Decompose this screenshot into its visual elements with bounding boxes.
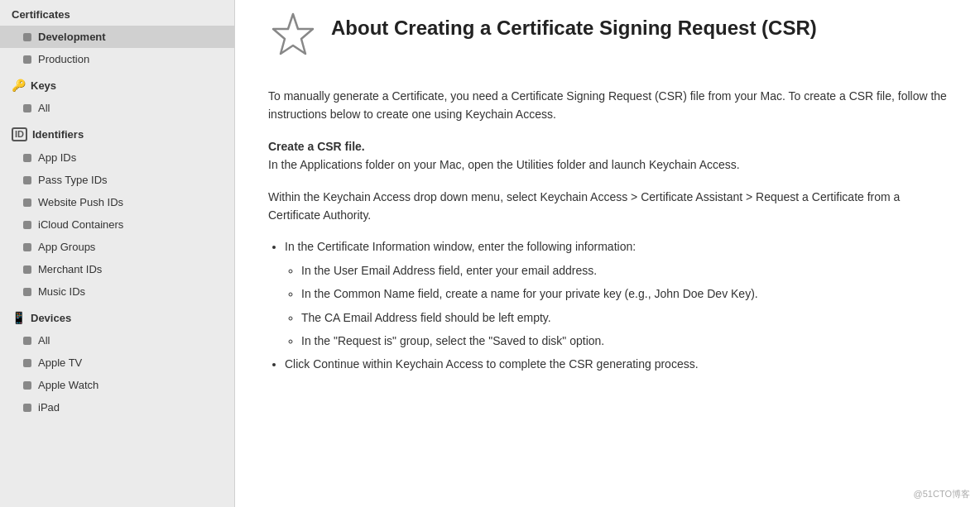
csr-icon xyxy=(268,12,318,62)
bullet-icon xyxy=(23,265,31,274)
sidebar-section-identifiers: ID Identifiers App IDs Pass Type IDs Web… xyxy=(0,119,234,303)
sidebar-item-icloud-containers[interactable]: iCloud Containers xyxy=(0,213,234,236)
section2-paragraph: Within the Keychain Access drop down men… xyxy=(268,188,947,225)
page-header: About Creating a Certificate Signing Req… xyxy=(268,17,947,62)
bullet-icon xyxy=(23,337,31,345)
sidebar-item-label: Pass Type IDs xyxy=(38,174,108,186)
intro-paragraph: To manually generate a Certificate, you … xyxy=(268,87,947,124)
bullet-icon xyxy=(23,176,31,184)
svg-marker-0 xyxy=(273,14,313,54)
sidebar-item-label: Development xyxy=(38,31,106,43)
identifiers-label: Identifiers xyxy=(32,128,84,141)
sub-list-item: In the "Request is" group, select the "S… xyxy=(301,332,947,350)
sidebar-item-development[interactable]: Development xyxy=(0,26,234,48)
watermark: @51CTO博客 xyxy=(914,488,970,500)
sidebar-item-label: Production xyxy=(38,53,89,65)
certificates-label: Certificates xyxy=(12,8,70,21)
sidebar-section-keys: 🔑 Keys All xyxy=(0,70,234,119)
sidebar-item-label: Apple TV xyxy=(38,356,82,369)
sidebar-item-apple-tv[interactable]: Apple TV xyxy=(0,352,234,374)
sidebar-item-label: Website Push IDs xyxy=(38,196,123,208)
sidebar-item-label: Music IDs xyxy=(38,285,85,298)
sub-list-item: In the Common Name field, create a name … xyxy=(301,285,947,303)
sidebar-item-ipad[interactable]: iPad xyxy=(0,396,234,419)
bullet-icon xyxy=(23,33,31,41)
sidebar-item-label: Merchant IDs xyxy=(38,263,102,275)
sidebar: Certificates Development Production 🔑 Ke… xyxy=(0,0,235,507)
bullet1-text: In the Certificate Information window, e… xyxy=(285,240,636,253)
sidebar-item-label: iCloud Containers xyxy=(38,218,123,231)
bullet-icon xyxy=(23,104,31,112)
keys-label: Keys xyxy=(31,79,56,92)
sub-list-item: The CA Email Address field should be lef… xyxy=(301,309,947,327)
main-content: About Creating a Certificate Signing Req… xyxy=(235,0,980,507)
sidebar-item-app-groups[interactable]: App Groups xyxy=(0,236,234,258)
sidebar-item-pass-type-ids[interactable]: Pass Type IDs xyxy=(0,169,234,191)
section1-body: In the Applications folder on your Mac, … xyxy=(268,158,740,171)
sidebar-item-merchant-ids[interactable]: Merchant IDs xyxy=(0,258,234,280)
device-icon: 📱 xyxy=(12,311,26,324)
sidebar-section-devices: 📱 Devices All Apple TV Apple Watch iPad xyxy=(0,303,234,419)
bullet-icon xyxy=(23,154,31,162)
bullet-icon xyxy=(23,221,31,229)
sidebar-item-all-devices[interactable]: All xyxy=(0,329,234,352)
sidebar-item-apple-watch[interactable]: Apple Watch xyxy=(0,374,234,396)
bullet-icon xyxy=(23,404,31,412)
sidebar-item-website-push-ids[interactable]: Website Push IDs xyxy=(0,191,234,213)
sidebar-section-certificates: Certificates Development Production xyxy=(0,0,234,70)
sidebar-item-app-ids[interactable]: App IDs xyxy=(0,146,234,169)
sidebar-item-label: App Groups xyxy=(38,241,95,253)
sidebar-item-all-keys[interactable]: All xyxy=(0,97,234,119)
keys-header: 🔑 Keys xyxy=(0,70,234,97)
page-title: About Creating a Certificate Signing Req… xyxy=(331,17,817,41)
certificates-header: Certificates xyxy=(0,0,234,26)
sidebar-item-label: All xyxy=(38,102,50,114)
bullet-icon xyxy=(23,359,31,367)
section1-title: Create a CSR file. xyxy=(268,140,365,153)
devices-header: 📱 Devices xyxy=(0,303,234,329)
list-item-cert-info: In the Certificate Information window, e… xyxy=(285,237,947,350)
sidebar-item-label: All xyxy=(38,334,50,347)
sidebar-item-label: iPad xyxy=(38,401,60,414)
sub-list: In the User Email Address field, enter y… xyxy=(301,261,947,351)
list-item-continue: Click Continue within Keychain Access to… xyxy=(285,355,947,373)
sub-list-item: In the User Email Address field, enter y… xyxy=(301,261,947,280)
identifiers-header: ID Identifiers xyxy=(0,119,234,146)
bullet-icon xyxy=(23,198,31,207)
content-body: To manually generate a Certificate, you … xyxy=(268,87,947,374)
section1-paragraph: Create a CSR file. In the Applications f… xyxy=(268,137,947,175)
id-icon: ID xyxy=(12,127,27,141)
sidebar-item-label: App IDs xyxy=(38,151,76,164)
key-icon: 🔑 xyxy=(12,79,26,92)
bullet-icon xyxy=(23,288,31,296)
devices-label: Devices xyxy=(31,312,71,324)
sidebar-item-music-ids[interactable]: Music IDs xyxy=(0,280,234,303)
bullet-icon xyxy=(23,243,31,251)
bullet-icon xyxy=(23,381,31,390)
sidebar-item-production[interactable]: Production xyxy=(0,48,234,70)
sidebar-item-label: Apple Watch xyxy=(38,379,98,391)
bullet-icon xyxy=(23,55,31,64)
main-list: In the Certificate Information window, e… xyxy=(285,237,947,373)
